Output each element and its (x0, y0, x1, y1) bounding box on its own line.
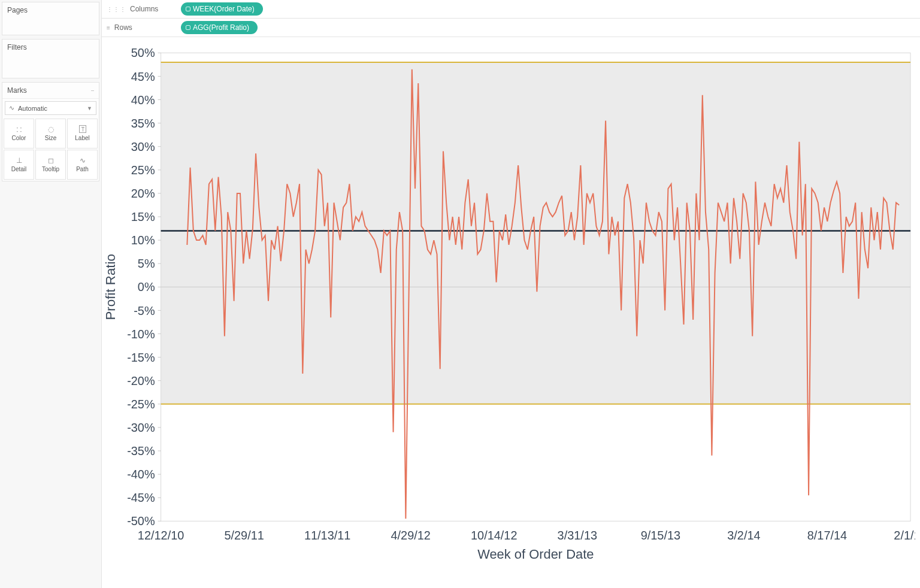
y-tick-label: -10% (127, 327, 155, 340)
x-tick-label: 2/1/15 (894, 529, 915, 542)
rows-label: Rows (114, 23, 132, 32)
y-tick-label: 40% (131, 93, 155, 106)
y-tick-label: 10% (131, 234, 155, 247)
y-tick-label: 35% (131, 117, 155, 130)
columns-icon: ⋮⋮⋮ (107, 6, 126, 13)
filters-title: Filters (7, 43, 94, 51)
marks-type-label: Automatic (18, 105, 47, 112)
y-tick-label: 0% (138, 280, 155, 293)
line-icon: ∿ (9, 104, 14, 112)
y-tick-label: -35% (127, 444, 155, 457)
y-tick-label: -40% (127, 468, 155, 481)
y-tick-label: 30% (131, 140, 155, 153)
rows-pill-text: AGG(Profit Ratio) (193, 23, 249, 32)
rows-shelf[interactable]: ≡ Rows AGG(Profit Ratio) (102, 19, 920, 37)
mark-detail-label: Detail (11, 166, 27, 172)
x-tick-label: 12/12/10 (138, 529, 184, 542)
mark-color-label: Color (12, 135, 26, 141)
y-tick-label: 45% (131, 69, 155, 83)
y-tick-label: 20% (131, 187, 155, 200)
label-icon: 🅃 (79, 126, 86, 133)
columns-label: Columns (130, 5, 158, 13)
marks-card: Marks – ∿ Automatic ▼ ⸬ Color ◌ Size (2, 82, 99, 181)
y-tick-label: -20% (127, 374, 155, 387)
y-tick-label: 5% (138, 257, 155, 270)
columns-pill[interactable]: WEEK(Order Date) (181, 2, 263, 16)
y-tick-label: -30% (127, 421, 155, 434)
visualization-area[interactable]: -50%-45%-40%-35%-30%-25%-20%-15%-10%-5%0… (102, 37, 920, 588)
marks-title: Marks (7, 86, 27, 95)
pages-card[interactable]: Pages (2, 2, 99, 35)
mark-path-button[interactable]: ∿ Path (67, 150, 98, 180)
x-tick-label: 8/17/14 (807, 529, 847, 542)
x-tick-label: 4/29/12 (391, 529, 431, 542)
pages-title: Pages (7, 6, 94, 14)
y-tick-label: -50% (127, 514, 155, 528)
chevron-down-icon: ▼ (87, 105, 92, 111)
mark-label-button[interactable]: 🅃 Label (67, 119, 98, 148)
path-icon: ∿ (80, 157, 86, 164)
columns-shelf[interactable]: ⋮⋮⋮ Columns WEEK(Order Date) (102, 0, 920, 19)
x-axis-label: Week of Order Date (477, 547, 594, 562)
size-icon: ◌ (48, 126, 54, 133)
mark-tooltip-label: Tooltip (42, 166, 59, 172)
mark-size-label: Size (45, 135, 56, 141)
profit-ratio-chart[interactable]: -50%-45%-40%-35%-30%-25%-20%-15%-10%-5%0… (104, 41, 915, 588)
x-tick-label: 5/29/11 (224, 529, 264, 542)
y-tick-label: -45% (127, 491, 155, 504)
marks-collapse-icon[interactable]: – (91, 87, 94, 93)
y-tick-label: 25% (131, 163, 155, 177)
tooltip-icon: ◻ (48, 157, 54, 164)
mark-color-button[interactable]: ⸬ Color (4, 119, 34, 148)
rows-pill[interactable]: AGG(Profit Ratio) (181, 21, 258, 34)
y-tick-label: 15% (131, 210, 155, 223)
x-tick-label: 11/13/11 (304, 529, 351, 542)
mark-detail-button[interactable]: ⊥ Detail (4, 150, 34, 180)
y-tick-label: -25% (127, 398, 155, 411)
x-tick-label: 9/15/13 (641, 529, 680, 542)
columns-pill-text: WEEK(Order Date) (193, 5, 255, 13)
mark-size-button[interactable]: ◌ Size (35, 119, 66, 148)
y-tick-label: -5% (134, 304, 155, 317)
filters-card[interactable]: Filters (2, 39, 99, 78)
y-tick-label: 50% (131, 46, 155, 59)
x-tick-label: 3/31/13 (558, 529, 597, 542)
mark-label-label: Label (75, 135, 89, 141)
x-tick-label: 3/2/14 (727, 529, 760, 542)
rows-icon: ≡ (107, 25, 111, 31)
marks-type-dropdown[interactable]: ∿ Automatic ▼ (5, 101, 96, 115)
mark-tooltip-button[interactable]: ◻ Tooltip (35, 150, 66, 180)
mark-path-label: Path (76, 166, 89, 172)
x-tick-label: 10/14/12 (471, 529, 518, 542)
reference-band (161, 62, 910, 404)
y-axis-label: Profit Ratio (104, 254, 118, 320)
y-tick-label: -15% (127, 351, 155, 364)
detail-icon: ⊥ (16, 157, 22, 164)
color-icon: ⸬ (17, 126, 22, 133)
